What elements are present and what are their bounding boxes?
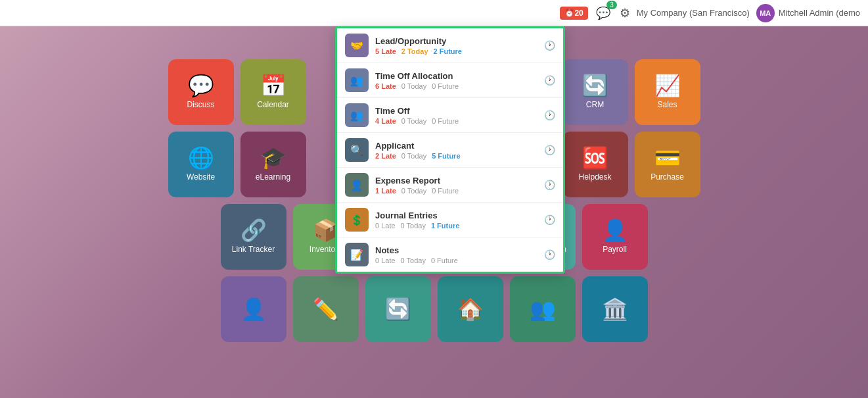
journal-counts: 0 Late 0 Today 1 Future <box>375 222 539 230</box>
lead-late: 5 Late <box>375 47 396 55</box>
app-elearning[interactable]: 🎓 eLearning <box>240 132 306 197</box>
activity-item-applicant[interactable]: 🔍 Applicant 2 Late 0 Today 5 Future 🕐 <box>337 133 563 168</box>
app-crm[interactable]: 🔄 CRM <box>562 59 628 125</box>
lead-clock-icon: 🕐 <box>544 40 555 51</box>
company-selector[interactable]: My Company (San Francisco) <box>637 8 750 18</box>
timeoff-info: Time Off 4 Late 0 Today 0 Future <box>375 106 539 125</box>
notes-counts: 0 Late 0 Today 0 Future <box>375 257 539 264</box>
expense-title: Expense Report <box>375 176 539 186</box>
helpdesk-icon: 🆘 <box>582 147 608 168</box>
lead-title: Lead/Opportunity <box>375 36 539 46</box>
expense-late: 1 Late <box>375 187 396 195</box>
app-unknown5[interactable]: 👥 <box>510 276 576 342</box>
notes-late: 0 Late <box>375 257 396 264</box>
app-row-4: 👤 ✏️ 🔄 🏠 👥 🏛️ <box>221 276 648 342</box>
journal-future: 1 Future <box>431 222 459 230</box>
timeoff-late: 4 Late <box>375 117 396 125</box>
timeoff-clock-icon: 🕐 <box>544 110 555 120</box>
messages-button[interactable]: 💬 3 <box>593 3 613 23</box>
applicant-icon: 🔍 <box>345 138 369 162</box>
journal-title: Journal Entries <box>375 211 539 220</box>
app-helpdesk[interactable]: 🆘 Helpdesk <box>562 132 628 197</box>
sales-label: Sales <box>657 100 677 109</box>
website-label: Website <box>187 172 215 182</box>
journal-today: 0 Today <box>401 222 426 230</box>
journal-info: Journal Entries 0 Late 0 Today 1 Future <box>375 211 539 230</box>
expense-icon: 👤 <box>345 173 369 197</box>
timeoff-today: 0 Today <box>401 117 426 125</box>
app-unknown2[interactable]: ✏️ <box>293 276 359 342</box>
app-linktracker[interactable]: 🔗 Link Tracker <box>221 204 286 270</box>
notes-title: Notes <box>375 245 539 255</box>
activity-button[interactable]: ⏰ 20 <box>560 7 587 20</box>
purchase-label: Purchase <box>651 172 684 182</box>
linktracker-label: Link Tracker <box>232 245 275 254</box>
lead-counts: 5 Late 2 Today 2 Future <box>375 47 539 55</box>
website-icon: 🌐 <box>188 147 214 168</box>
calendar-label: Calendar <box>257 100 289 109</box>
timeoff-alloc-future: 0 Future <box>432 82 459 90</box>
payroll-icon: 👤 <box>602 220 628 241</box>
linktracker-icon: 🔗 <box>240 220 267 241</box>
user-menu[interactable]: MA Mitchell Admin (demo <box>756 4 860 22</box>
expense-today: 0 Today <box>401 187 426 195</box>
app-purchase[interactable]: 💳 Purchase <box>635 132 700 197</box>
app-unknown3[interactable]: 🔄 <box>365 276 431 342</box>
activity-item-timeoff-allocation[interactable]: 👥 Time Off Allocation 6 Late 0 Today 0 F… <box>337 63 563 98</box>
crm-label: CRM <box>586 100 604 109</box>
elearning-icon: 🎓 <box>260 147 286 168</box>
payroll-label: Payroll <box>603 245 627 254</box>
unknown4-icon: 🏠 <box>457 299 484 320</box>
journal-icon: 💲 <box>345 208 369 232</box>
lead-icon: 🤝 <box>345 34 369 57</box>
app-unknown1[interactable]: 👤 <box>221 276 286 342</box>
applicant-late: 2 Late <box>375 152 396 160</box>
applicant-clock-icon: 🕐 <box>544 145 555 155</box>
timeoff-alloc-info: Time Off Allocation 6 Late 0 Today 0 Fut… <box>375 71 539 90</box>
timeoff-future: 0 Future <box>432 117 459 125</box>
activity-item-journal[interactable]: 💲 Journal Entries 0 Late 0 Today 1 Futur… <box>337 203 563 237</box>
timeoff-icon: 👥 <box>345 103 369 127</box>
navbar: ⏰ 20 💬 3 ⚙ My Company (San Francisco) MA… <box>0 0 868 26</box>
timeoff-alloc-counts: 6 Late 0 Today 0 Future <box>375 82 539 90</box>
app-unknown6[interactable]: 🏛️ <box>582 276 648 342</box>
app-discuss[interactable]: 💬 Discuss <box>168 59 234 125</box>
activity-icon: ⏰ <box>564 9 574 18</box>
expense-info: Expense Report 1 Late 0 Today 0 Future <box>375 176 539 195</box>
timeoff-alloc-icon: 👥 <box>345 68 369 92</box>
crm-icon: 🔄 <box>582 75 608 96</box>
activity-count: 20 <box>574 9 583 18</box>
notes-future: 0 Future <box>431 257 458 264</box>
applicant-counts: 2 Late 0 Today 5 Future <box>375 152 539 160</box>
app-unknown4[interactable]: 🏠 <box>438 276 503 342</box>
discuss-label: Discuss <box>187 100 214 109</box>
unknown6-icon: 🏛️ <box>602 299 628 320</box>
applicant-today: 0 Today <box>401 152 426 160</box>
applicant-title: Applicant <box>375 141 539 151</box>
timeoff-alloc-late: 6 Late <box>375 82 396 90</box>
expense-future: 0 Future <box>432 187 459 195</box>
app-sales[interactable]: 📈 Sales <box>635 59 700 125</box>
journal-late: 0 Late <box>375 222 396 230</box>
activity-item-timeoff[interactable]: 👥 Time Off 4 Late 0 Today 0 Future 🕐 <box>337 98 563 133</box>
lead-today: 2 Today <box>401 47 428 55</box>
avatar: MA <box>756 4 775 22</box>
activity-item-notes[interactable]: 📝 Notes 0 Late 0 Today 0 Future 🕐 <box>337 237 563 272</box>
unknown3-icon: 🔄 <box>385 299 411 320</box>
app-website[interactable]: 🌐 Website <box>168 132 234 197</box>
unknown1-icon: 👤 <box>240 299 267 320</box>
applicant-future: 5 Future <box>432 152 460 160</box>
expense-counts: 1 Late 0 Today 0 Future <box>375 187 539 195</box>
journal-clock-icon: 🕐 <box>544 214 555 225</box>
timeoff-alloc-today: 0 Today <box>401 82 426 90</box>
activity-item-lead[interactable]: 🤝 Lead/Opportunity 5 Late 2 Today 2 Futu… <box>337 28 563 63</box>
gear-icon: ⚙ <box>620 6 630 20</box>
discuss-icon: 💬 <box>188 75 214 96</box>
settings-button[interactable]: ⚙ <box>617 3 633 23</box>
activity-item-expense[interactable]: 👤 Expense Report 1 Late 0 Today 0 Future… <box>337 168 563 203</box>
notes-icon: 📝 <box>345 243 369 266</box>
timeoff-title: Time Off <box>375 106 539 116</box>
messages-count: 3 <box>606 1 617 9</box>
app-calendar[interactable]: 📅 Calendar <box>240 59 306 125</box>
app-payroll[interactable]: 👤 Payroll <box>582 204 648 270</box>
